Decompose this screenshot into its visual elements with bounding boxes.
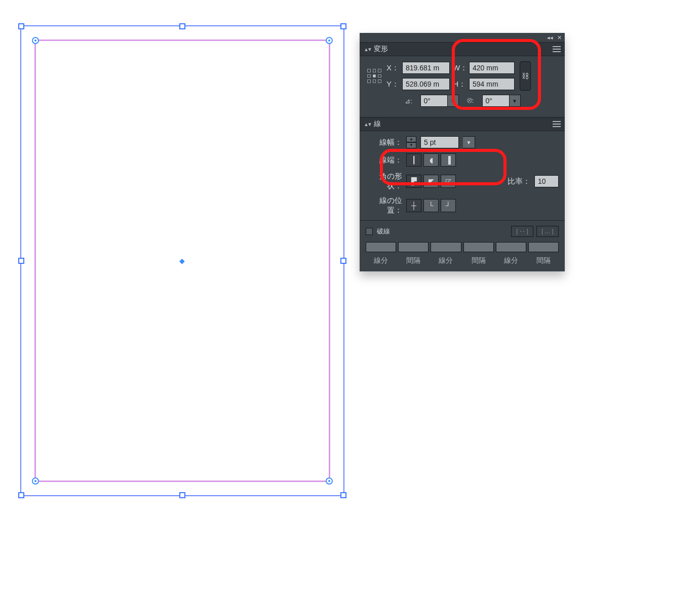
dash-col-label-1: 線分 (366, 254, 396, 265)
dash-col-label-2: 間隔 (398, 254, 429, 265)
stroke-panel-separator (360, 220, 565, 221)
gap-field-2[interactable] (463, 242, 494, 252)
cap-butt-button[interactable]: ┃ (406, 153, 421, 167)
w-field[interactable]: 420 mm (469, 62, 515, 74)
cap-projecting-button[interactable]: ▐ (441, 153, 456, 167)
stroke-align-label: 線の位置： (366, 196, 402, 215)
gap-field-3[interactable] (528, 242, 559, 252)
constrain-proportions-icon[interactable]: ⛓ (520, 61, 531, 91)
transform-panel-header[interactable]: ▲▼ 変形 (360, 42, 565, 56)
x-field[interactable]: 819.681 m (402, 62, 450, 74)
anchor-sw[interactable] (32, 477, 39, 485)
join-miter-button[interactable]: ▛ (406, 175, 421, 188)
panel-collapse-icon[interactable]: ◂◂ (547, 34, 553, 41)
panel-topbar: ◂◂ ✕ (360, 33, 565, 42)
bbox-handle-s[interactable] (179, 492, 185, 498)
bbox-handle-w[interactable] (18, 258, 24, 264)
dash-field-1[interactable] (366, 242, 396, 252)
miter-limit-field[interactable]: 10 (534, 175, 559, 187)
align-stroke-outside-button[interactable]: ┘ (441, 199, 456, 212)
align-stroke-center-button[interactable]: ┼ (406, 199, 421, 212)
dashed-line-label: 破線 (377, 227, 390, 236)
x-label: X： (386, 63, 399, 73)
shear-field[interactable]: 0° ▼ (482, 95, 521, 107)
stroke-panel-header[interactable]: ▲▼ 線 (360, 117, 565, 131)
join-bevel-button[interactable]: ◸ (441, 175, 456, 188)
shear-icon: ⦼: (466, 97, 475, 105)
stroke-join-label: 角の形状： (366, 172, 402, 191)
stroke-weight-field[interactable]: 5 pt (420, 136, 459, 148)
stroke-weight-label: 線幅： (366, 138, 402, 147)
dash-align-adjust-button[interactable]: ［…］ (536, 226, 559, 237)
canvas-artboard[interactable]: ◆ (20, 25, 344, 496)
shear-dropdown-icon[interactable]: ▼ (510, 95, 521, 107)
dash-col-label-4: 間隔 (463, 254, 494, 265)
dash-col-label-5: 線分 (496, 254, 526, 265)
anchor-ne[interactable] (326, 37, 333, 44)
dashed-line-checkbox[interactable] (366, 228, 373, 235)
align-stroke-inside-button[interactable]: └ (423, 199, 439, 212)
rotate-icon: ⊿: (404, 97, 413, 105)
dash-col-label-3: 線分 (431, 254, 461, 265)
stroke-weight-up-icon[interactable]: ▲ (406, 136, 416, 142)
dash-field-3[interactable] (496, 242, 526, 252)
h-label: H： (453, 79, 466, 89)
bbox-handle-sw[interactable] (18, 492, 24, 498)
bbox-handle-ne[interactable] (340, 23, 346, 29)
stroke-cap-label: 線端： (366, 155, 402, 165)
stroke-weight-down-icon[interactable]: ▼ (406, 142, 416, 148)
stroke-panel-menu-icon[interactable] (553, 121, 561, 127)
bbox-handle-e[interactable] (340, 258, 346, 264)
cap-round-button[interactable]: ◖ (423, 153, 439, 167)
dash-field-2[interactable] (431, 242, 461, 252)
bbox-handle-n[interactable] (179, 23, 185, 29)
panel-expand-icon[interactable]: ▲▼ (364, 122, 371, 127)
shear-value[interactable]: 0° (482, 95, 510, 107)
bbox-handle-se[interactable] (340, 492, 346, 498)
anchor-se[interactable] (326, 477, 333, 485)
join-round-button[interactable]: ◤ (423, 175, 439, 188)
stroke-panel-title: 線 (374, 119, 381, 129)
y-label: Y： (386, 79, 399, 89)
anchor-nw[interactable] (32, 37, 39, 44)
panel-close-icon[interactable]: ✕ (557, 34, 562, 41)
rotate-value[interactable]: 0° (420, 95, 448, 107)
rotate-dropdown-icon[interactable]: ▼ (448, 95, 459, 107)
gap-field-1[interactable] (398, 242, 429, 252)
rotate-field[interactable]: 0° ▼ (420, 95, 459, 107)
bbox-handle-nw[interactable] (18, 23, 24, 29)
stroke-panel-body: 線幅： ▲ ▼ 5 pt ▼ 線端： ┃ ◖ ▐ 角の形状： ▛ ◤ ◸ 比率： (360, 131, 565, 271)
transform-panel-menu-icon[interactable] (553, 46, 561, 52)
w-label: W： (453, 63, 466, 73)
dash-align-preserve-button[interactable]: ［‥］ (511, 226, 533, 237)
panel-expand-icon[interactable]: ▲▼ (364, 47, 371, 52)
reference-point-widget[interactable] (366, 67, 383, 85)
miter-limit-label: 比率： (508, 177, 530, 186)
y-field[interactable]: 528.069 m (402, 78, 450, 90)
dash-col-label-6: 間隔 (528, 254, 559, 265)
stroke-weight-stepper[interactable]: ▲ ▼ (406, 136, 416, 148)
dash-pattern-grid: 線分 間隔 線分 間隔 線分 間隔 (366, 242, 559, 265)
h-field[interactable]: 594 mm (469, 78, 515, 90)
transform-panel-title: 変形 (374, 45, 388, 54)
panels-dock: ◂◂ ✕ ▲▼ 変形 X： 819.681 m Y： 528.0 (360, 33, 565, 271)
stroke-weight-dropdown-icon[interactable]: ▼ (463, 136, 475, 148)
selected-rectangle-path[interactable] (34, 39, 330, 482)
transform-panel-body: X： 819.681 m Y： 528.069 m W： 420 mm H： 5… (360, 56, 565, 117)
